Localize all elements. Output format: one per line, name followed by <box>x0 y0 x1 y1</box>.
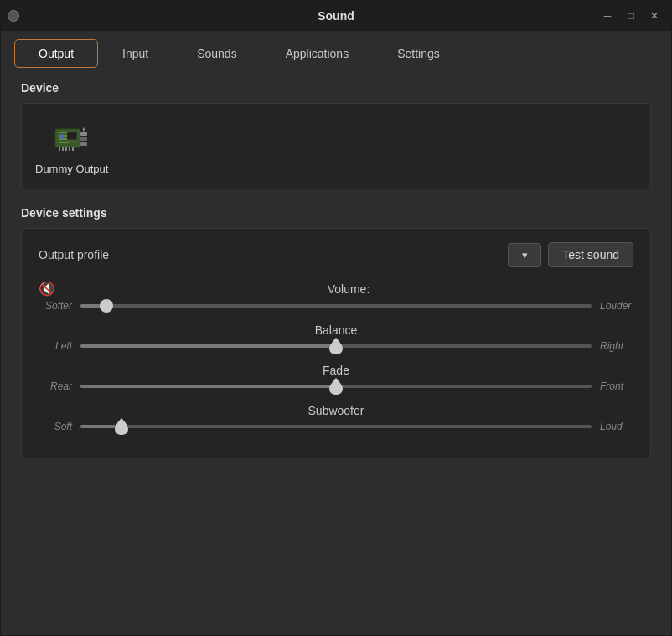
window-title: Sound <box>318 9 354 23</box>
test-sound-button[interactable]: Test sound <box>548 242 633 267</box>
soft-label: Soft <box>39 421 72 432</box>
main-content: Device <box>1 68 671 635</box>
svg-rect-5 <box>67 132 77 140</box>
balance-label: Balance <box>39 323 633 337</box>
front-label: Front <box>600 380 633 392</box>
subwoofer-label: Subwoofer <box>39 404 633 417</box>
loud-label: Loud <box>600 421 633 432</box>
svg-rect-15 <box>72 147 74 151</box>
svg-rect-11 <box>59 147 60 151</box>
subwoofer-slider[interactable] <box>80 425 592 428</box>
maximize-button[interactable]: □ <box>621 6 641 26</box>
device-item-dummy-output[interactable]: ♪ Dummy Output <box>35 117 108 175</box>
minimize-button[interactable]: ─ <box>597 6 618 26</box>
titlebar-left <box>8 10 19 22</box>
device-settings-box: Output profile ▾ Test sound 🔇 Volume: So… <box>21 228 651 458</box>
tab-input[interactable]: Input <box>98 39 173 68</box>
device-label: Dummy Output <box>35 163 108 175</box>
left-label: Left <box>39 340 72 352</box>
tab-sounds[interactable]: Sounds <box>173 39 261 68</box>
svg-rect-12 <box>62 147 64 151</box>
sound-window: Sound ─ □ ✕ Output Input Sounds Applicat… <box>0 0 672 636</box>
svg-rect-6 <box>60 134 64 139</box>
volume-slider-row: Softer Louder <box>39 300 633 312</box>
volume-label: Volume: <box>64 282 633 296</box>
svg-rect-14 <box>69 147 70 151</box>
fade-section: Fade Rear Front <box>39 364 633 392</box>
profile-right: ▾ Test sound <box>508 242 633 267</box>
subwoofer-section: Subwoofer Soft Loud <box>39 404 633 432</box>
balance-section: Balance Left Right <box>39 323 633 352</box>
fade-label: Fade <box>39 364 633 377</box>
output-profile-row: Output profile ▾ Test sound <box>39 242 633 267</box>
tab-applications[interactable]: Applications <box>261 39 374 68</box>
titlebar: Sound ─ □ ✕ <box>1 1 671 31</box>
right-label: Right <box>600 340 633 352</box>
svg-rect-13 <box>65 147 67 151</box>
rear-label: Rear <box>39 380 72 392</box>
svg-rect-8 <box>80 132 87 136</box>
device-settings-title: Device settings <box>21 206 651 220</box>
volume-slider[interactable] <box>80 304 592 308</box>
close-button[interactable]: ✕ <box>644 6 664 26</box>
balance-slider-row: Left Right <box>39 340 633 352</box>
tab-output[interactable]: Output <box>14 39 98 68</box>
device-section-title: Device <box>21 81 651 95</box>
volume-section: 🔇 Volume: Softer Louder <box>39 281 633 312</box>
volume-label-row: 🔇 Volume: <box>39 281 633 297</box>
window-dot <box>8 10 19 22</box>
svg-rect-9 <box>80 137 87 141</box>
fade-slider-row: Rear Front <box>39 380 633 392</box>
chevron-down-icon: ▾ <box>522 249 528 261</box>
tab-bar: Output Input Sounds Applications Setting… <box>1 31 671 68</box>
titlebar-controls: ─ □ ✕ <box>597 6 664 26</box>
balance-slider[interactable] <box>80 344 592 348</box>
tab-settings[interactable]: Settings <box>373 39 464 68</box>
mute-icon: 🔇 <box>39 281 55 297</box>
device-icon: ♪ <box>52 117 92 158</box>
softer-label: Softer <box>39 300 72 312</box>
output-profile-dropdown[interactable]: ▾ <box>508 243 541 267</box>
output-profile-label: Output profile <box>39 248 109 261</box>
fade-slider[interactable] <box>80 385 592 388</box>
subwoofer-slider-row: Soft Loud <box>39 421 633 432</box>
device-box: ♪ Dummy Output <box>21 103 651 189</box>
svg-rect-10 <box>80 142 87 146</box>
louder-label: Louder <box>600 300 633 312</box>
